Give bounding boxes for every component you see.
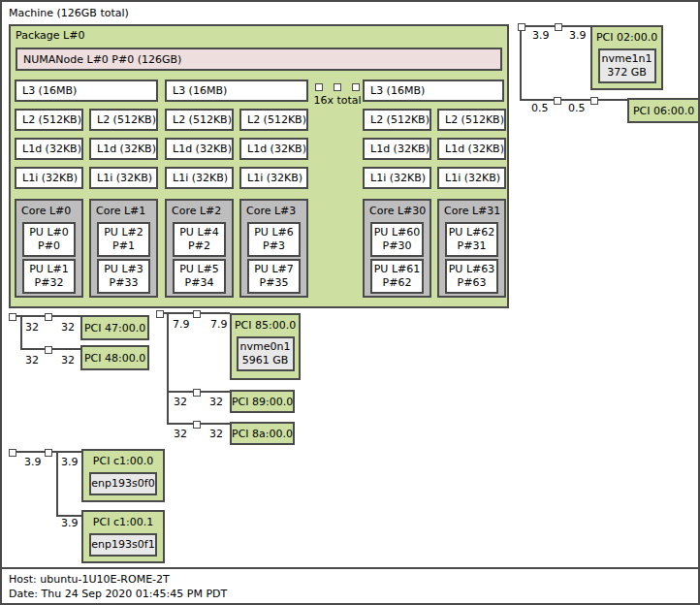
core-box: Core L#31PU L#62P#31PU L#63P#63 xyxy=(437,199,506,298)
pu-physical-label: P#32 xyxy=(24,276,74,290)
link-speed-label: 3.9 xyxy=(532,30,550,42)
core-label: Core L#0 xyxy=(21,206,71,217)
l1d-cache-box: L1d (32KB) xyxy=(239,138,308,160)
lstopo-window: Machine (126GB total) Package L#0 NUMANo… xyxy=(0,0,700,605)
link-speed-label: 32 xyxy=(25,322,39,334)
pu-physical-label: P#31 xyxy=(447,239,496,253)
pu-box: PU L#7P#35 xyxy=(247,259,301,294)
bridge-square xyxy=(9,313,16,321)
link-speed-label: 32 xyxy=(61,355,75,366)
pci-box: PCI c1:00.0enp193s0f0 xyxy=(81,449,165,502)
pci-box: PCI 89:00.0 xyxy=(230,390,295,413)
l2-cache-box: L2 (512KB) xyxy=(89,109,158,131)
network-box: enp193s0f1 xyxy=(89,533,157,557)
l2-cache-box: L2 (512KB) xyxy=(239,109,308,131)
link-speed-label: 3.9 xyxy=(61,457,79,468)
pu-box: PU L#4P#2 xyxy=(173,222,226,257)
network-box: enp193s0f0 xyxy=(89,472,157,495)
link-speed-label: 32 xyxy=(209,397,223,408)
numa-node-label: NUMANode L#0 P#0 (126GB) xyxy=(23,53,181,66)
pci-box: PCI 8a:00.0 xyxy=(230,422,295,445)
l2-cache-box: L2 (512KB) xyxy=(15,109,83,131)
pci-label: PCI c1:00.0 xyxy=(83,455,163,467)
pu-physical-label: P#1 xyxy=(99,239,148,253)
l2-cache-box: L2 (512KB) xyxy=(165,109,234,131)
pu-box: PU L#6P#3 xyxy=(247,222,301,257)
pu-box: PU L#1P#32 xyxy=(22,259,76,294)
pci-label: PCI 06:00.0 xyxy=(633,105,694,117)
l1i-cache-box: L1i (32KB) xyxy=(165,167,234,189)
collapsed-square xyxy=(352,83,360,91)
pu-logical-label: PU L#62 xyxy=(447,226,496,239)
l2-cache-box: L2 (512KB) xyxy=(437,109,506,131)
pu-logical-label: PU L#1 xyxy=(24,263,74,276)
link-line xyxy=(562,25,590,27)
pu-physical-label: P#62 xyxy=(372,276,422,290)
core-box: Core L#3PU L#6P#3PU L#7P#35 xyxy=(239,199,308,298)
bridge-square xyxy=(9,449,16,457)
link-speed-label: 0.5 xyxy=(531,103,549,114)
bridge-square xyxy=(193,310,201,318)
pci-label: PCI 02:00.0 xyxy=(592,31,661,44)
pu-logical-label: PU L#6 xyxy=(249,226,299,239)
pci-label: PCI c1:00.1 xyxy=(83,516,163,528)
pu-physical-label: P#63 xyxy=(447,276,496,290)
pci-box: PCI 85:00.0nvme0n15961 GB xyxy=(230,313,301,380)
l1d-cache-box: L1d (32KB) xyxy=(363,138,431,160)
l1i-cache-box: L1i (32KB) xyxy=(363,167,431,189)
link-line xyxy=(20,317,22,350)
pci-box: PCI c1:00.1enp193s0f1 xyxy=(81,510,165,563)
link-speed-label: 7.9 xyxy=(210,319,228,331)
link-speed-label: 32 xyxy=(25,355,39,366)
link-line xyxy=(525,25,555,27)
bridge-square xyxy=(45,313,52,321)
core-label: Core L#1 xyxy=(96,206,145,217)
pu-physical-label: P#0 xyxy=(24,239,74,253)
pci-box: PCI 06:00.0 xyxy=(627,98,700,123)
disk-size-label: 372 GB xyxy=(600,66,654,80)
pci-label: PCI 8a:00.0 xyxy=(232,428,293,440)
pu-physical-label: P#35 xyxy=(249,276,299,290)
bridge-square xyxy=(45,346,52,354)
pu-logical-label: PU L#2 xyxy=(99,226,148,239)
numa-node-box: NUMANode L#0 P#0 (126GB) xyxy=(16,48,502,71)
bridge-square xyxy=(590,97,598,105)
l1d-cache-box: L1d (32KB) xyxy=(89,138,158,160)
l1i-cache-box: L1i (32KB) xyxy=(239,167,308,189)
disk-name-label: nvme0n1 xyxy=(239,340,293,354)
footer-divider xyxy=(2,567,700,569)
link-line xyxy=(201,423,230,425)
pu-box: PU L#0P#0 xyxy=(22,222,76,257)
bridge-square xyxy=(555,23,562,31)
pu-physical-label: P#33 xyxy=(99,276,148,290)
l1i-cache-box: L1i (32KB) xyxy=(15,167,83,189)
l1d-cache-box: L1d (32KB) xyxy=(437,138,506,160)
disk-box: nvme0n15961 GB xyxy=(237,336,295,371)
date-label: Date: Thu 24 Sep 2020 01:45:45 PM PDT xyxy=(9,589,227,600)
link-line xyxy=(598,99,627,101)
bridge-square xyxy=(45,449,52,457)
link-line xyxy=(167,423,193,425)
machine-label: Machine (126GB total) xyxy=(9,8,129,19)
core-label: Core L#2 xyxy=(172,206,221,217)
link-speed-label: 7.9 xyxy=(173,319,190,331)
link-line xyxy=(201,312,230,314)
pu-logical-label: PU L#60 xyxy=(372,226,422,239)
core-label: Core L#30 xyxy=(369,206,426,217)
link-speed-label: 32 xyxy=(174,429,187,440)
pu-box: PU L#3P#33 xyxy=(97,259,150,294)
l1i-cache-box: L1i (32KB) xyxy=(437,167,506,189)
pci-box: PCI 02:00.0nvme1n1372 GB xyxy=(590,25,663,90)
link-line xyxy=(52,315,80,317)
bridge-square xyxy=(554,97,561,105)
core-box: Core L#1PU L#2P#1PU L#3P#33 xyxy=(89,199,158,298)
disk-name-label: nvme1n1 xyxy=(600,52,654,66)
pci-box: PCI 47:00.0 xyxy=(80,315,149,340)
core-box: Core L#2PU L#4P#2PU L#5P#34 xyxy=(165,199,234,298)
link-line xyxy=(561,99,590,101)
link-speed-label: 3.9 xyxy=(24,457,42,468)
l1d-cache-box: L1d (32KB) xyxy=(15,138,83,160)
pu-logical-label: PU L#63 xyxy=(447,263,496,276)
network-name-label: enp193s0f0 xyxy=(91,477,154,491)
pu-logical-label: PU L#7 xyxy=(249,263,299,276)
